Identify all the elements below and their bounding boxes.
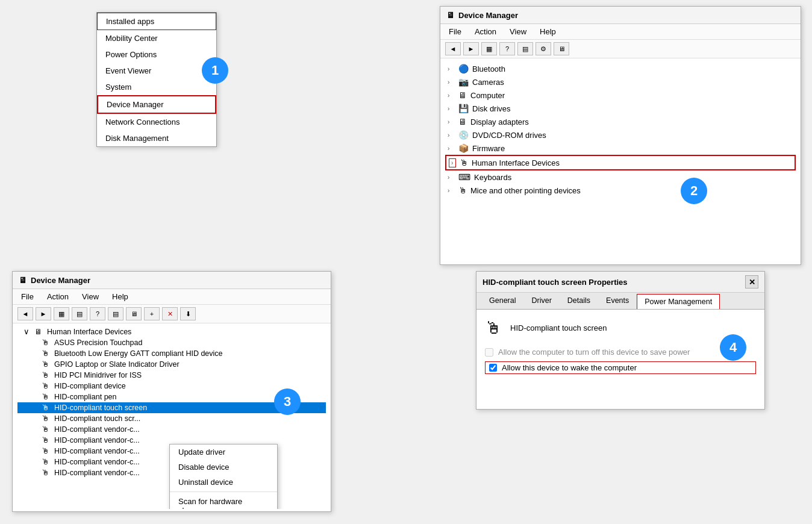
icon-display-adapters: 🖥 [458,117,467,126]
tab-driver[interactable]: Driver [523,293,559,309]
menu-item-power-options[interactable]: Power Options [97,46,216,63]
ctx-uninstall-device[interactable]: Uninstall device [170,475,277,490]
toolbar3-list[interactable]: ▤ [72,307,87,320]
menu-item-mobility-center[interactable]: Mobility Center [97,30,216,46]
dialog-device-name: HID-compliant touch screen [510,323,607,332]
tree-bluetooth[interactable]: 🖱 Bluetooth Low Energy GATT compliant HI… [17,348,326,359]
device-manager-icon-3: 🖥 [19,275,27,285]
device-bluetooth[interactable]: › 🔵 Bluetooth [445,62,796,75]
menu-item-network-connections[interactable]: Network Connections [97,114,216,130]
tree-asus[interactable]: 🖱 ASUS Precision Touchpad [17,337,326,348]
checkbox-wake-computer[interactable] [489,364,497,372]
toolbar3-forward[interactable]: ► [36,307,51,320]
device-firmware[interactable]: › 📦 Firmware [445,142,796,155]
menu-action-2[interactable]: Action [472,26,499,37]
ctx-update-driver[interactable]: Update driver [170,444,277,460]
checkbox-wake-label: Allow this device to wake the computer [502,363,637,372]
icon-hid: 🖱 [460,158,468,167]
device-tree-2: › 🔵 Bluetooth › 📷 Cameras › 🖥 Computer ›… [440,58,801,262]
tab-power-management[interactable]: Power Management [637,294,720,309]
titlebar-2: 🖥 Device Manager [440,7,801,24]
toolbar-settings[interactable]: ⚙ [536,42,551,55]
chevron-mice: › [448,187,455,194]
panel2-title: Device Manager [458,11,518,20]
device-cameras[interactable]: › 📷 Cameras [445,75,796,89]
device-mice[interactable]: › 🖱 Mice and other pointing devices [445,184,796,197]
icon-computer: 🖥 [458,90,467,100]
menu-view-3[interactable]: View [80,291,101,302]
icon-keyboards: ⌨ [458,172,470,182]
tree-hid-pci[interactable]: 🖱 HID PCI Minidriver for ISS [17,370,326,381]
context-popup-3: Update driver Disable device Uninstall d… [169,444,278,509]
tab-events[interactable]: Events [598,293,637,309]
menu-view-2[interactable]: View [507,26,529,37]
icon-hid-pci: 🖱 [42,371,49,379]
checkbox-save-power[interactable] [485,348,493,357]
menu-file-2[interactable]: File [446,26,464,37]
menu-item-system[interactable]: System [97,79,216,95]
device-display-adapters[interactable]: › 🖥 Display adapters [445,115,796,128]
menu-file-3[interactable]: File [19,291,36,302]
icon-vendor5: 🖱 [42,469,49,477]
device-manager-icon-2: 🖥 [446,10,455,20]
tree-vendor1[interactable]: 🖱 HID-compliant vendor-c... [17,424,326,435]
menu-item-disk-management[interactable]: Disk Management [97,130,216,146]
device-tree-3: ∨ 🖥 Human Interface Devices 🖱 ASUS Preci… [13,323,331,509]
toolbar3-grid[interactable]: ▦ [54,307,69,320]
menu-help-3[interactable]: Help [110,291,131,302]
toolbar-grid[interactable]: ▦ [481,42,497,55]
chevron-bluetooth: › [448,66,455,72]
tree-gpio[interactable]: 🖱 GPIO Laptop or Slate Indicator Driver [17,359,326,370]
tab-general[interactable]: General [481,293,523,309]
toolbar3-delete[interactable]: ✕ [162,307,178,320]
chevron-keyboards: › [448,174,455,181]
toolbar3-down[interactable]: ⬇ [180,307,196,320]
ctx-scan-hardware[interactable]: Scan for hardware changes [170,494,277,509]
toolbar3-add[interactable]: + [144,307,160,320]
menu-item-installed-apps[interactable]: Installed apps [97,13,216,30]
dialog-device-icon: 🖱 [485,318,502,338]
dialog-tabs: General Driver Details Events Power Mana… [476,293,764,310]
toolbar-2: ◄ ► ▦ ? ▤ ⚙ 🖥 [440,40,801,58]
chevron-disk-drives: › [448,105,455,112]
toolbar3-display[interactable]: 🖥 [126,307,142,320]
tree-hid-touch2[interactable]: 🖱 HID-compliant touch scr... [17,413,326,424]
toolbar-display[interactable]: 🖥 [554,42,569,55]
toolbar3-back[interactable]: ◄ [17,307,33,320]
device-disk-drives[interactable]: › 💾 Disk drives [445,102,796,115]
device-dvd[interactable]: › 💿 DVD/CD-ROM drives [445,128,796,142]
tab-details[interactable]: Details [560,293,598,309]
device-manager-panel-2: 🖥 Device Manager File Action View Help ◄… [440,6,801,265]
menu-action-3[interactable]: Action [45,291,71,302]
device-hid[interactable]: › 🖱 Human Interface Devices [445,155,796,170]
icon-asus: 🖱 [42,338,49,347]
dialog-close-button[interactable]: ✕ [745,275,758,289]
menubar-2: File Action View Help [440,24,801,40]
dialog-title: HID-compliant touch screen Properties [483,278,628,287]
icon-gpio: 🖱 [42,360,49,369]
toolbar-help[interactable]: ? [499,42,515,55]
tree-root-hid[interactable]: ∨ 🖥 Human Interface Devices [17,326,326,337]
icon-vendor2: 🖱 [42,436,49,444]
toolbar3-list2[interactable]: ▤ [108,307,123,320]
device-info-row: 🖱 HID-compliant touch screen [485,318,756,338]
checkbox-save-power-label: Allow the computer to turn off this devi… [498,348,690,357]
toolbar-forward[interactable]: ► [463,42,479,55]
tree-hid-device[interactable]: 🖱 HID-compliant device [17,381,326,391]
device-keyboards[interactable]: › ⌨ Keyboards [445,170,796,184]
context-menu-panel: Installed apps Mobility Center Power Opt… [96,12,217,147]
toolbar3-help[interactable]: ? [90,307,105,320]
icon-disk-drives: 💾 [458,104,469,113]
chevron-display-adapters: › [448,119,455,125]
icon-root: 🖥 [34,328,42,336]
ctx-disable-device[interactable]: Disable device [170,460,277,475]
toolbar-back[interactable]: ◄ [445,42,461,55]
toolbar-list[interactable]: ▤ [517,42,533,55]
menu-help-2[interactable]: Help [537,26,558,37]
chevron-firmware: › [448,145,455,152]
icon-bluetooth: 🔵 [458,64,469,73]
device-computer[interactable]: › 🖥 Computer [445,89,796,102]
menu-item-event-viewer[interactable]: Event Viewer [97,63,216,79]
step-badge-2: 2 [681,178,707,204]
menu-item-device-manager[interactable]: Device Manager [97,95,216,114]
